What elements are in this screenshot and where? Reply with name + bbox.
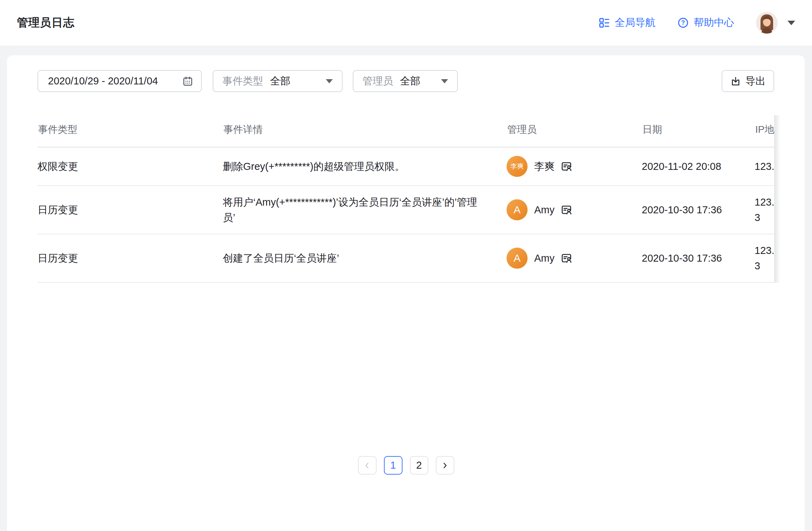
export-button[interactable]: 导出: [722, 70, 774, 92]
admin-avatar: 李爽: [507, 156, 528, 177]
help-circle-icon: ?: [677, 17, 689, 29]
profile-card-icon[interactable]: [560, 204, 572, 216]
calendar-icon: [182, 76, 193, 87]
cell-event-detail: 删除Grey(+*********)的超级管理员权限。: [223, 147, 507, 186]
admin-select-value: 全部: [400, 74, 420, 88]
caret-down-icon: [326, 79, 333, 83]
chevron-right-icon: [441, 461, 449, 470]
svg-text:?: ?: [681, 19, 685, 26]
admin-name: Amy: [534, 202, 555, 218]
cell-event-detail: 将用户‘Amy(+************)’设为全员日历‘全员讲座’的’管理员…: [223, 186, 507, 234]
cell-event-type: 日历变更: [37, 186, 223, 234]
admin-name: Amy: [534, 250, 555, 266]
page-header: 管理员日志 全局导航 ? 帮助中心: [0, 0, 812, 46]
cell-event-type: 日历变更: [37, 234, 223, 282]
table-row: 权限变更 删除Grey(+*********)的超级管理员权限。 李爽 李爽: [37, 147, 774, 186]
event-type-select[interactable]: 事件类型 全部: [213, 70, 343, 92]
caret-down-icon: [441, 79, 448, 83]
admin-name: 李爽: [534, 159, 555, 174]
table-row: 日历变更 创建了全员日历‘全员讲座’ A Amy: [37, 234, 774, 282]
table-row: 日历变更 将用户‘Amy(+************)’设为全员日历‘全员讲座’…: [37, 186, 774, 234]
event-type-label: 事件类型: [222, 74, 263, 88]
cell-ip: 123.: [755, 147, 774, 186]
cell-date: 2020-10-30 17:36: [642, 234, 755, 282]
date-range-value: 2020/10/29 - 2020/11/04: [48, 75, 182, 87]
cell-admin: A Amy: [507, 199, 642, 220]
admin-avatar: A: [507, 248, 528, 269]
prev-page-button[interactable]: [358, 456, 377, 475]
cell-event-detail: 创建了全员日历‘全员讲座’: [223, 234, 507, 282]
header-actions: 全局导航 ? 帮助中心: [598, 12, 795, 34]
admin-select-label: 管理员: [363, 74, 393, 88]
cell-date: 2020-10-30 17:36: [642, 186, 755, 234]
profile-card-icon[interactable]: [560, 252, 572, 264]
user-menu[interactable]: [756, 12, 795, 34]
filter-bar: 2020/10/29 - 2020/11/04 事件类型 全部 管理员 全部: [37, 70, 774, 92]
page-title: 管理员日志: [17, 15, 75, 30]
profile-card-icon[interactable]: [560, 160, 572, 172]
log-table-zone: 事件类型 事件详情 管理员 日期 IP地址 权限变更 删除Grey(+*****…: [37, 115, 774, 283]
global-nav-label: 全局导航: [615, 16, 655, 30]
help-center-link[interactable]: ? 帮助中心: [677, 16, 734, 30]
help-center-label: 帮助中心: [694, 16, 734, 30]
column-date: 日期: [642, 115, 755, 147]
download-icon: [730, 76, 741, 87]
page-button-1[interactable]: 1: [384, 456, 402, 475]
column-event-type: 事件类型: [37, 115, 223, 147]
table-scroll-area[interactable]: 事件类型 事件详情 管理员 日期 IP地址 权限变更 删除Grey(+*****…: [37, 115, 774, 283]
next-page-button[interactable]: [436, 456, 454, 475]
admin-avatar: A: [507, 199, 528, 220]
chevron-down-icon: [787, 21, 795, 25]
column-ip: IP地址: [755, 115, 774, 147]
admin-select[interactable]: 管理员 全部: [353, 70, 458, 92]
page-button-2[interactable]: 2: [410, 456, 428, 475]
avatar[interactable]: [756, 12, 778, 34]
cell-date: 2020-11-02 20:08: [642, 147, 755, 186]
column-event-detail: 事件详情: [223, 115, 507, 147]
event-type-value: 全部: [270, 74, 290, 88]
date-range-picker[interactable]: 2020/10/29 - 2020/11/04: [37, 70, 202, 92]
pagination: 1 2: [0, 456, 812, 475]
column-admin: 管理员: [507, 115, 642, 147]
export-label: 导出: [745, 74, 766, 88]
global-nav-icon: [598, 17, 610, 29]
cell-ip: 123. 3: [755, 234, 774, 282]
cell-ip: 123. 3: [755, 186, 774, 234]
scroll-edge-shadow: [774, 115, 780, 283]
table-header-row: 事件类型 事件详情 管理员 日期 IP地址: [37, 115, 774, 147]
global-nav-link[interactable]: 全局导航: [598, 16, 655, 30]
cell-admin: 李爽 李爽: [507, 156, 642, 177]
cell-admin: A Amy: [507, 248, 642, 269]
cell-event-type: 权限变更: [37, 147, 223, 186]
admin-log-table: 事件类型 事件详情 管理员 日期 IP地址 权限变更 删除Grey(+*****…: [37, 115, 774, 283]
chevron-left-icon: [363, 461, 371, 470]
